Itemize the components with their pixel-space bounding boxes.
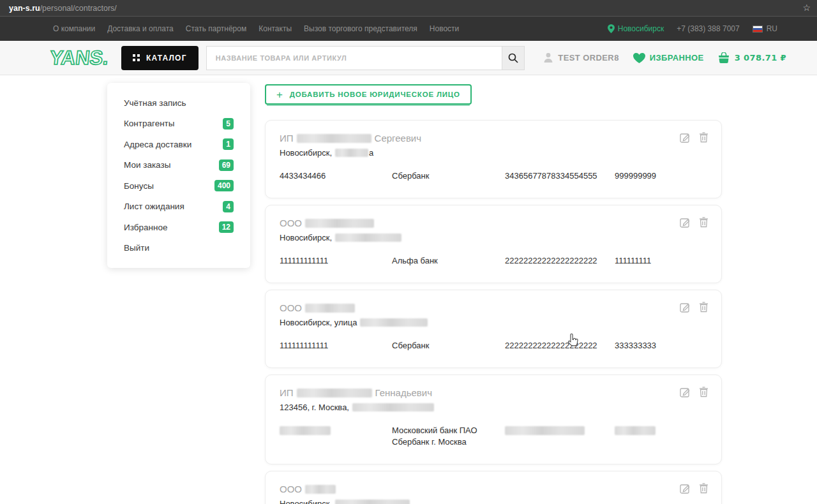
sidebar-item-addresses[interactable]: Адреса доставки 1 — [107, 134, 250, 155]
user-icon — [543, 52, 553, 63]
contractor-address: Новосибирск, улица — [280, 318, 707, 327]
redacted-bik — [615, 426, 656, 435]
sidebar-item-label: Лист ожидания — [124, 202, 184, 211]
bookmark-star-icon[interactable]: ☆ — [802, 3, 811, 13]
redacted-inn — [280, 426, 331, 435]
heart-icon — [633, 53, 645, 63]
catalog-button[interactable]: КАТАЛОГ — [121, 46, 199, 70]
contractor-title: ООО — [280, 218, 707, 228]
redacted-name — [305, 485, 336, 494]
patronymic: Сергеевич — [375, 133, 422, 144]
address-text: Новосибирск, — [280, 148, 332, 158]
address-text: 123456, г. Москва, — [280, 403, 349, 412]
redacted-name — [305, 304, 355, 313]
cell-account: 22222222222222222222 — [505, 340, 615, 352]
trash-icon — [699, 387, 708, 397]
contractor-title: ООО — [280, 302, 707, 313]
sidebar-item-label: Учётная запись — [124, 98, 186, 108]
contractor-card: ООО Новосибирск, 111111111111 Альфа банк… — [265, 205, 722, 283]
favorites-link[interactable]: ИЗБРАННОЕ — [633, 53, 704, 63]
contractors-page: + ДОБАВИТЬ НОВОЕ ЮРИДИЧЕСКОЕ ЛИЦО ИПСерг… — [265, 84, 722, 504]
redacted-address — [335, 500, 410, 504]
nav-link-sales-rep[interactable]: Вызов торгового представителя — [304, 24, 417, 33]
search-input[interactable] — [206, 46, 502, 70]
delete-contractor-button[interactable] — [699, 217, 708, 230]
redacted-address — [352, 403, 434, 411]
cell-bik: 111111111 — [615, 255, 707, 267]
patronymic: Геннадьевич — [375, 387, 432, 398]
city-label: Новосибирск — [618, 24, 664, 33]
count-badge: 4 — [223, 201, 234, 212]
bank-line: Московский банк ПАО — [392, 425, 505, 437]
contractor-title: ИПСергеевич — [280, 133, 707, 144]
sidebar-item-favorites[interactable]: Избранное 12 — [107, 217, 250, 238]
trash-icon — [699, 217, 708, 228]
add-legal-entity-label: ДОБАВИТЬ НОВОЕ ЮРИДИЧЕСКОЕ ЛИЦО — [290, 91, 460, 98]
sidebar-item-orders[interactable]: Мои заказы 69 — [107, 155, 250, 176]
delete-contractor-button[interactable] — [699, 483, 708, 496]
edit-contractor-button[interactable] — [680, 483, 691, 496]
account-link[interactable]: TEST ORDER8 — [543, 52, 618, 63]
edit-contractor-button[interactable] — [680, 387, 691, 399]
redacted-address — [335, 149, 368, 157]
favorites-label: ИЗБРАННОЕ — [650, 53, 704, 63]
cell-inn: 111111111111 — [280, 340, 392, 352]
edit-icon — [680, 302, 691, 313]
top-nav-links: О компании Доставка и оплата Стать партн… — [53, 24, 459, 33]
bank-line: Сбербанк г. Москва — [392, 436, 505, 448]
cart-total: 3 078.71 ₽ — [735, 53, 786, 63]
nav-link-partner[interactable]: Стать партнёром — [186, 24, 247, 33]
redacted-name — [305, 219, 374, 228]
sidebar-item-contractors[interactable]: Контрагенты 5 — [107, 114, 250, 135]
cell-inn — [280, 425, 392, 449]
trash-icon — [699, 132, 708, 143]
url-host: yan-s.ru — [9, 4, 40, 13]
sidebar-item-waitlist[interactable]: Лист ожидания 4 — [107, 196, 250, 218]
nav-link-news[interactable]: Новости — [430, 24, 459, 33]
cell-bank: Московский банк ПАО Сбербанк г. Москва — [392, 425, 505, 449]
delete-contractor-button[interactable] — [699, 387, 708, 399]
sidebar-item-bonuses[interactable]: Бонусы 400 — [107, 175, 250, 196]
cell-account — [505, 425, 615, 449]
add-legal-entity-button[interactable]: + ДОБАВИТЬ НОВОЕ ЮРИДИЧЕСКОЕ ЛИЦО — [265, 84, 472, 105]
nav-link-contacts[interactable]: Контакты — [259, 24, 292, 33]
nav-link-about[interactable]: О компании — [53, 24, 95, 33]
cart-link[interactable]: 3 078.71 ₽ — [718, 52, 786, 63]
count-badge: 69 — [219, 159, 234, 171]
city-selector[interactable]: Новосибирск — [608, 24, 664, 33]
contractor-card: ООО Новосибирск, улица 111111111111 Сбер… — [265, 290, 722, 368]
edit-icon — [680, 217, 691, 228]
phone-number[interactable]: +7 (383) 388 7007 — [677, 24, 739, 33]
delete-contractor-button[interactable] — [699, 132, 708, 145]
delete-contractor-button[interactable] — [699, 302, 708, 315]
language-switcher[interactable]: RU — [753, 24, 777, 33]
legal-form: ООО — [280, 302, 302, 313]
sidebar-item-logout[interactable]: Выйти — [107, 238, 250, 259]
legal-form: ИП — [280, 133, 294, 144]
contractor-address: Новосибирск, — [280, 499, 707, 504]
site-header: YANS. КАТАЛОГ TEST ORDER8 ИЗБРАННОЕ 3 07… — [0, 41, 817, 75]
catalog-grid-icon — [133, 54, 140, 61]
search-icon — [508, 53, 518, 63]
catalog-label: КАТАЛОГ — [146, 54, 187, 63]
site-logo[interactable]: YANS. — [49, 47, 110, 70]
contractor-details-row: 4433434466 Сбербанк 34365677878334554555… — [280, 170, 707, 182]
contractor-title: ИПГеннадьевич — [280, 387, 707, 398]
cell-bik: 333333333 — [615, 340, 707, 352]
edit-contractor-button[interactable] — [680, 217, 691, 230]
nav-link-delivery[interactable]: Доставка и оплата — [107, 24, 174, 33]
contractor-details-row: 111111111111 Сбербанк 222222222222222222… — [280, 340, 707, 352]
contractor-address: Новосибирск,а — [280, 148, 707, 158]
russia-flag-icon — [753, 26, 763, 33]
edit-contractor-button[interactable] — [680, 132, 691, 145]
edit-contractor-button[interactable] — [680, 302, 691, 315]
redacted-address — [360, 318, 428, 327]
trash-icon — [699, 483, 708, 494]
top-nav-right: Новосибирск +7 (383) 388 7007 RU — [608, 24, 777, 33]
cell-account: 22222222222222222222 — [505, 255, 615, 267]
sidebar-item-account[interactable]: Учётная запись — [107, 93, 250, 114]
sidebar-item-label: Бонусы — [124, 181, 154, 191]
address-suffix: а — [369, 148, 373, 158]
search-button[interactable] — [502, 46, 525, 70]
contractor-details-row: 111111111111 Альфа банк 2222222222222222… — [280, 255, 707, 267]
